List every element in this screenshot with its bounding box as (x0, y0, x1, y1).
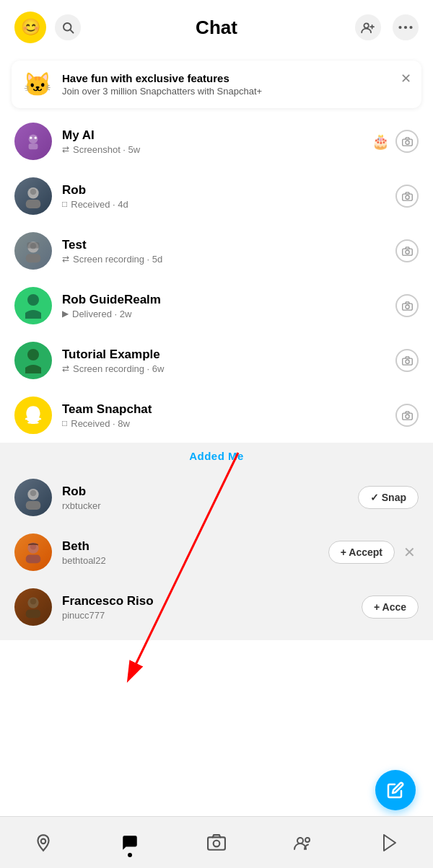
svg-point-28 (27, 349, 39, 360)
added-username-francesco: pinucc777 (62, 610, 351, 621)
added-me-section: Rob rxbtucker ✓ Snap Beth bethtoal22 (0, 470, 433, 640)
chat-item-myai[interactable]: My AI ⇄ Screenshot · 5w 🎂 (0, 114, 433, 169)
svg-rect-38 (26, 554, 40, 563)
myai-emoji: 🎂 (372, 133, 390, 150)
header-right (355, 14, 419, 40)
added-info-rob: Rob rxbtucker (62, 484, 348, 511)
added-name-beth: Beth (62, 539, 318, 554)
chat-action-myai: 🎂 (372, 130, 419, 153)
user-avatar[interactable]: 😊 (14, 12, 46, 43)
chat-list: My AI ⇄ Screenshot · 5w 🎂 (0, 114, 433, 443)
avatar-robguide (14, 287, 52, 324)
promo-close-button[interactable]: ✕ (401, 71, 411, 87)
sub-icon-robguide: ▶ (62, 309, 69, 319)
dismiss-button-beth[interactable]: ✕ (401, 544, 419, 561)
svg-point-2 (364, 23, 368, 27)
stories-icon (382, 833, 398, 852)
sub-icon-rob: □ (62, 199, 67, 209)
svg-point-30 (405, 360, 408, 363)
added-me-divider: Added Me (0, 443, 433, 470)
added-username-rob: rxbtucker (62, 500, 348, 511)
svg-point-7 (409, 26, 412, 29)
avatar-tutorial (14, 342, 52, 379)
svg-point-27 (405, 305, 408, 309)
chat-name-test: Test (62, 238, 385, 252)
nav-map[interactable] (26, 825, 61, 860)
chat-item-tutorial[interactable]: Tutorial Example ⇄ Screen recording · 6w (0, 333, 433, 388)
nav-chat[interactable] (113, 825, 147, 860)
chat-sub-myai: ⇄ Screenshot · 5w (62, 144, 362, 155)
chat-sub-rob: □ Received · 4d (62, 199, 385, 210)
svg-marker-49 (384, 835, 395, 851)
camera-btn-myai[interactable] (395, 130, 419, 153)
chat-item-robguide[interactable]: Rob GuideRealm ▶ Delivered · 2w (0, 278, 433, 333)
svg-point-32 (405, 415, 408, 418)
promo-banner[interactable]: 🐱 Have fun with exclusive features Join … (12, 61, 421, 108)
svg-rect-9 (29, 143, 38, 149)
added-item-francesco[interactable]: Francesco Riso pinucc777 + Acce (0, 580, 433, 634)
sub-icon-tutorial: ⇄ (62, 363, 69, 373)
nav-stories[interactable] (372, 825, 407, 860)
chat-item-test[interactable]: Test ⇄ Screen recording · 5d (0, 223, 433, 278)
chat-name-snapchat: Team Snapchat (62, 402, 385, 417)
camera-btn-tutorial[interactable] (395, 349, 419, 372)
svg-point-25 (27, 294, 39, 306)
chat-action-snapchat (395, 404, 419, 427)
promo-subtitle: Join over 3 million Snapchatters with Sn… (62, 86, 262, 97)
chat-sub-snapchat: □ Received · 8w (62, 418, 385, 429)
sub-text-tutorial: Screen recording · 6w (73, 363, 164, 374)
accept-button-francesco[interactable]: + Acce (362, 595, 419, 619)
arrow-area (0, 640, 433, 676)
svg-point-34 (30, 490, 37, 497)
sub-text-snapchat: Received · 8w (71, 418, 130, 429)
svg-point-47 (297, 838, 303, 843)
promo-text: Have fun with exclusive features Join ov… (62, 72, 262, 97)
chat-action-tutorial (395, 349, 419, 372)
chat-action-rob (395, 185, 419, 208)
search-button[interactable] (55, 14, 81, 40)
camera-icon (207, 833, 226, 852)
avatar-rob (14, 177, 52, 215)
added-avatar-francesco (14, 588, 52, 626)
snap-button-rob[interactable]: ✓ Snap (358, 486, 419, 509)
page-title: Chat (196, 17, 237, 39)
sub-text-myai: Screenshot · 5w (73, 144, 140, 155)
svg-point-5 (398, 26, 401, 29)
chat-name-robguide: Rob GuideRealm (62, 293, 385, 307)
sub-icon-snapchat: □ (62, 418, 67, 428)
chat-icon (121, 833, 139, 852)
added-actions-rob: ✓ Snap (358, 486, 419, 509)
chat-item-rob[interactable]: Rob □ Received · 4d (0, 169, 433, 223)
sub-text-rob: Received · 4d (71, 199, 128, 210)
svg-point-8 (29, 134, 38, 143)
added-name-rob: Rob (62, 484, 348, 499)
chat-name-tutorial: Tutorial Example (62, 347, 385, 362)
chat-sub-test: ⇄ Screen recording · 5d (62, 254, 385, 265)
sub-text-test: Screen recording · 5d (73, 254, 162, 265)
svg-point-24 (405, 250, 408, 254)
added-item-beth[interactable]: Beth bethtoal22 + Accept ✕ (0, 525, 433, 580)
added-info-francesco: Francesco Riso pinucc777 (62, 594, 351, 621)
compose-fab[interactable] (375, 770, 416, 810)
sub-icon-test: ⇄ (62, 254, 69, 264)
chat-info-snapchat: Team Snapchat □ Received · 8w (62, 402, 385, 429)
camera-btn-snapchat[interactable] (395, 404, 419, 427)
header-left: 😊 (14, 12, 81, 43)
camera-btn-rob[interactable] (395, 185, 419, 208)
chat-action-robguide (395, 294, 419, 317)
chat-item-snapchat[interactable]: Team Snapchat □ Received · 8w (0, 388, 433, 443)
promo-emoji: 🐱 (23, 71, 52, 98)
nav-camera[interactable] (199, 825, 234, 860)
svg-rect-16 (26, 200, 40, 208)
svg-rect-21 (26, 254, 40, 262)
svg-point-40 (30, 598, 37, 605)
more-button[interactable] (393, 14, 419, 40)
added-item-rob[interactable]: Rob rxbtucker ✓ Snap (0, 470, 433, 525)
sub-icon-myai: ⇄ (62, 144, 69, 154)
camera-btn-robguide[interactable] (395, 294, 419, 317)
nav-friends[interactable] (286, 825, 320, 860)
chat-info-test: Test ⇄ Screen recording · 5d (62, 238, 385, 265)
add-friend-button[interactable] (355, 14, 381, 40)
camera-btn-test[interactable] (395, 239, 419, 262)
accept-button-beth[interactable]: + Accept (328, 541, 395, 564)
